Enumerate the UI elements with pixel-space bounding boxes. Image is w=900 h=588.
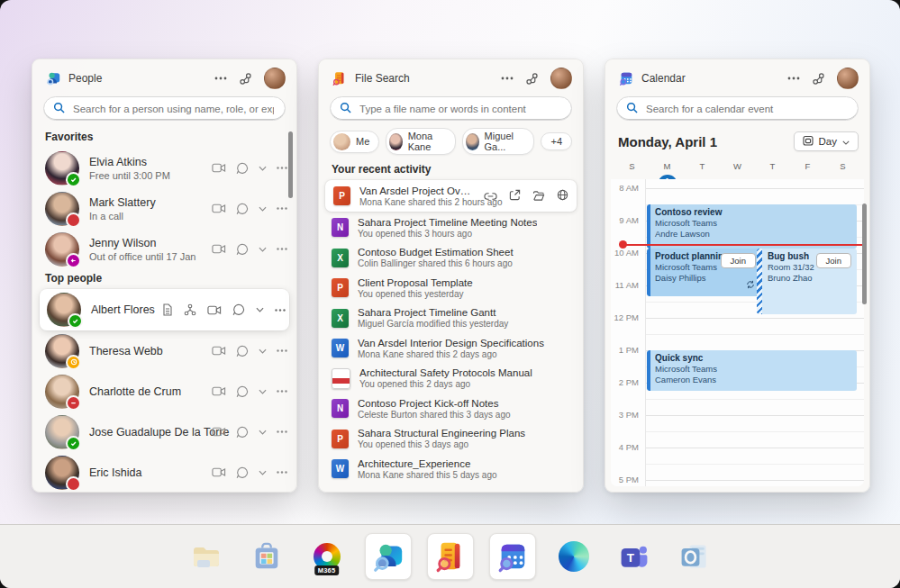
taskbar-calendar-app-icon[interactable] (489, 533, 536, 580)
chevron-down-icon[interactable] (256, 307, 264, 312)
calendar-event-product-planning[interactable]: Product planning Microsoft Teams Daisy P… (647, 249, 761, 296)
chat-icon[interactable] (236, 345, 249, 357)
filter-chip-more[interactable]: +4 (541, 132, 572, 150)
file-row[interactable]: P Sahara Structural Engineering PlansYou… (319, 424, 583, 455)
video-call-icon[interactable] (212, 427, 226, 437)
filter-chip-mona-kane[interactable]: Mona Kane (386, 128, 456, 155)
chevron-down-icon[interactable] (259, 206, 267, 212)
video-call-icon[interactable] (212, 163, 226, 173)
chat-icon[interactable] (236, 203, 249, 215)
calendar-event-bug-bush[interactable]: Bug bush Room 31/32 Bruno Zhao Join (757, 249, 857, 314)
file-row-highlighted[interactable]: P Van Arsdel Project Overview...Mona Kan… (325, 180, 577, 212)
person-row[interactable]: Theresa Webb (32, 330, 296, 371)
file-row[interactable]: W Van Arsdel Interior Design Specificati… (319, 333, 583, 364)
chevron-down-icon[interactable] (259, 348, 267, 354)
chip-label: Miguel Ga... (485, 131, 525, 152)
video-call-icon[interactable] (212, 244, 226, 254)
day-schedule-grid[interactable]: 8 AM 9 AM 10 AM 11 AM 12 PM 1 PM 2 PM 3 … (611, 179, 864, 486)
calendar-searchbar[interactable] (616, 96, 859, 121)
user-avatar[interactable] (837, 68, 859, 89)
day-letter: T (770, 161, 776, 171)
taskbar-microsoft-store-icon[interactable] (244, 534, 289, 579)
taskbar-outlook-icon[interactable] (672, 534, 717, 579)
person-row[interactable]: Jose Guadalupe De la Torre (32, 412, 296, 452)
filter-chip-me[interactable]: Me (330, 131, 379, 153)
chevron-down-icon[interactable] (259, 247, 267, 252)
org-chart-icon[interactable] (184, 303, 196, 316)
person-row[interactable]: Mark SlatteryIn a call (32, 188, 296, 229)
view-selector-button[interactable]: Day (794, 131, 859, 151)
more-actions-icon[interactable] (277, 471, 287, 474)
scrollbar-thumb[interactable] (288, 131, 293, 198)
more-actions-icon[interactable] (277, 207, 287, 210)
user-avatar[interactable] (550, 68, 572, 89)
file-row[interactable]: W Architecture_ExperienceMona Kane share… (319, 454, 583, 484)
taskbar-people-app-icon[interactable] (365, 533, 412, 580)
video-call-icon[interactable] (212, 346, 226, 356)
presence-out-of-office-icon (66, 253, 81, 268)
file-row[interactable]: X Sahara Project Timeline GanttMiguel Ga… (319, 303, 583, 334)
chat-icon[interactable] (236, 466, 249, 479)
chevron-down-icon[interactable] (259, 389, 267, 394)
person-row[interactable]: Eric Ishida (32, 452, 296, 493)
chevron-down-icon[interactable] (259, 430, 267, 435)
taskbar-m365-copilot-icon[interactable]: M365 (305, 534, 350, 579)
person-row[interactable]: Elvia AtkinsFree until 3:00 PM (32, 148, 296, 188)
taskbar-teams-icon[interactable]: T (612, 534, 657, 579)
taskbar-file-search-app-icon[interactable] (427, 533, 474, 580)
chat-icon[interactable] (232, 303, 245, 316)
file-row[interactable]: N Sahara Project Timeline Meeting NotesY… (319, 213, 583, 243)
join-button[interactable]: Join (816, 253, 851, 268)
more-actions-icon[interactable] (277, 248, 287, 250)
copy-link-icon[interactable] (484, 188, 497, 204)
user-avatar[interactable] (264, 68, 286, 89)
more-actions-icon[interactable] (277, 390, 287, 393)
file-row[interactable]: P Client Proposal TemplateYou opened thi… (319, 273, 583, 303)
file-search-input[interactable] (358, 103, 562, 115)
video-call-icon[interactable] (212, 386, 226, 396)
chevron-down-icon[interactable] (259, 166, 267, 171)
more-actions-icon[interactable] (275, 309, 286, 312)
file-searchbar[interactable] (330, 96, 572, 121)
calendar-event-contoso-review[interactable]: Contoso review Microsoft Teams Andre Law… (647, 204, 857, 249)
people-search-input[interactable] (71, 103, 276, 115)
file-row[interactable]: N Contoso Project Kick-off NotesCeleste … (319, 394, 583, 424)
taskbar-file-explorer-icon[interactable] (184, 534, 229, 579)
video-call-icon[interactable] (212, 467, 226, 477)
person-row[interactable]: Charlotte de Crum (32, 371, 296, 412)
file-row[interactable]: X Contoso Budget Estimation SheetColin B… (319, 243, 583, 274)
globe-icon[interactable] (557, 188, 568, 204)
video-call-icon[interactable] (212, 204, 226, 213)
people-searchbar[interactable] (43, 96, 286, 121)
calendar-event-quick-sync[interactable]: Quick sync Microsoft Teams Cameron Evans (647, 350, 857, 391)
more-actions-icon[interactable] (277, 430, 287, 433)
scrollbar-thumb[interactable] (862, 204, 867, 304)
share-icon[interactable] (509, 188, 521, 204)
onenote-file-icon: N (332, 399, 349, 418)
open-folder-icon[interactable] (532, 188, 545, 204)
people-connections-icon[interactable] (525, 72, 539, 86)
taskbar-edge-icon[interactable] (551, 534, 596, 579)
filter-chip-miguel[interactable]: Miguel Ga... (462, 128, 534, 155)
join-button[interactable]: Join (721, 253, 756, 268)
file-title: Sahara Project Timeline Gantt (358, 307, 508, 318)
more-actions-icon[interactable] (277, 167, 287, 169)
chat-icon[interactable] (236, 426, 249, 439)
person-row[interactable]: Jenny WilsonOut of office until 17 Jan (32, 229, 296, 269)
chat-icon[interactable] (236, 385, 249, 398)
chat-icon[interactable] (236, 243, 249, 256)
people-connections-icon[interactable] (239, 72, 252, 86)
more-actions-icon[interactable] (277, 349, 287, 352)
people-connections-icon[interactable] (812, 72, 825, 86)
video-call-icon[interactable] (207, 305, 222, 315)
document-icon[interactable] (162, 303, 173, 316)
more-options-icon[interactable] (787, 77, 800, 80)
calendar-search-input[interactable] (644, 103, 849, 115)
chat-icon[interactable] (236, 162, 249, 175)
chevron-down-icon[interactable] (259, 470, 267, 475)
more-options-icon[interactable] (501, 77, 514, 80)
file-row[interactable]: Architectural Safety Protocols ManualYou… (319, 364, 583, 394)
more-options-icon[interactable] (214, 77, 227, 80)
person-row-highlighted[interactable]: Albert Flores (40, 289, 289, 330)
day-letter: S (629, 161, 634, 171)
